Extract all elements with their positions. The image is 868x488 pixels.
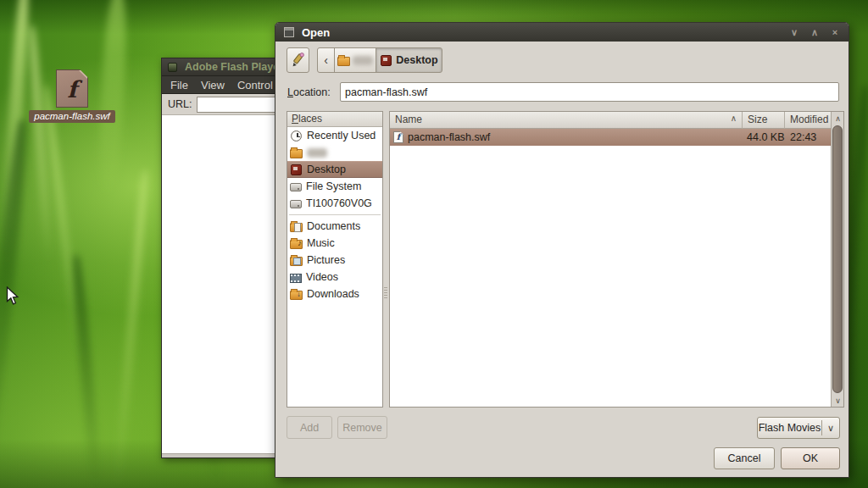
back-button[interactable]: ‹ — [317, 47, 335, 73]
desktop-icon-label: pacman-flash.swf — [29, 110, 114, 123]
drive-icon — [290, 200, 302, 208]
place-label: Videos — [306, 271, 338, 283]
scrollbar-thumb[interactable] — [832, 125, 843, 393]
home-folder-icon — [290, 149, 303, 158]
places-header: Places — [287, 112, 382, 127]
file-size: 44.0 KB — [743, 131, 785, 143]
minimize-icon[interactable]: ∨ — [786, 25, 803, 39]
place-label: Documents — [307, 220, 360, 232]
place-label: Desktop — [307, 164, 346, 175]
desktop-folder-icon — [381, 55, 392, 66]
dialog-window-icon — [284, 27, 294, 37]
back-chevron-icon: ‹ — [324, 53, 328, 67]
flash-app-icon — [168, 63, 177, 72]
column-size-label: Size — [748, 114, 767, 125]
file-list-header: Name ∧ Size Modified — [390, 112, 843, 129]
open-dialog: Open ∨ ∧ × ‹ — [275, 22, 849, 478]
scroll-down-icon[interactable]: ∨ — [832, 394, 844, 407]
place-videos[interactable]: Videos — [287, 269, 382, 286]
flash-file-icon: f — [393, 131, 403, 143]
place-label: Downloads — [307, 288, 359, 300]
file-type-dropdown[interactable]: Flash Movies ∨ — [757, 417, 840, 439]
places-separator — [287, 212, 382, 218]
documents-folder-icon — [290, 223, 303, 232]
breadcrumb-desktop-label: Desktop — [396, 54, 437, 66]
clock-icon — [291, 130, 302, 141]
place-documents[interactable]: Documents — [287, 218, 382, 235]
breadcrumb-home-button[interactable] — [334, 47, 376, 73]
column-header-size[interactable]: Size — [743, 112, 785, 129]
place-recently-used[interactable]: Recently Used — [287, 127, 382, 144]
place-label: Music — [307, 237, 335, 249]
places-panel: Places Recently Used Desktop File System… — [287, 111, 383, 408]
breadcrumb-desktop-button[interactable]: Desktop — [376, 47, 442, 73]
music-folder-icon — [290, 240, 303, 249]
column-name-label: Name — [395, 114, 422, 128]
place-downloads[interactable]: Downloads — [287, 286, 382, 302]
ok-button[interactable]: OK — [781, 447, 840, 469]
videos-icon — [290, 274, 302, 283]
place-pictures[interactable]: Pictures — [287, 252, 382, 269]
mouse-cursor — [6, 286, 20, 306]
redacted-username — [307, 148, 327, 158]
place-label: Pictures — [307, 254, 345, 266]
column-header-name[interactable]: Name ∧ — [390, 112, 743, 129]
dialog-titlebar[interactable]: Open ∨ ∧ × — [275, 23, 849, 42]
pictures-folder-icon — [290, 257, 303, 266]
vertical-scrollbar[interactable]: ∧ ∨ — [831, 112, 843, 407]
desktop-folder-icon — [291, 164, 302, 175]
remove-button[interactable]: Remove — [337, 416, 387, 439]
grass-blade — [114, 169, 150, 487]
flash-file-icon: f — [56, 69, 88, 108]
flash-f-glyph: f — [67, 78, 77, 101]
page-fold — [79, 70, 87, 79]
maximize-icon[interactable]: ∧ — [806, 25, 823, 39]
place-music[interactable]: Music — [287, 235, 382, 252]
pencil-icon — [291, 52, 306, 69]
file-name: pacman-flash.swf — [408, 131, 490, 143]
menu-control[interactable]: Control — [233, 77, 277, 93]
place-home[interactable] — [287, 144, 382, 161]
file-type-value: Flash Movies — [758, 422, 821, 434]
flash-window-title: Adobe Flash Player — [185, 61, 283, 73]
pane-resize-handle[interactable] — [384, 287, 387, 299]
dialog-title: Open — [302, 26, 782, 39]
add-button[interactable]: Add — [287, 416, 332, 439]
drive-icon — [290, 183, 302, 191]
column-modified-label: Modified — [790, 114, 828, 125]
location-input[interactable] — [340, 82, 839, 102]
place-label: TI100760V0G — [306, 197, 372, 209]
type-location-button[interactable] — [287, 47, 309, 73]
scroll-up-icon[interactable]: ∧ — [832, 112, 844, 125]
menu-view[interactable]: View — [197, 77, 229, 93]
desktop-icon-pacman-flash[interactable]: f pacman-flash.swf — [25, 69, 119, 123]
place-label: Recently Used — [307, 130, 376, 141]
file-list: Name ∧ Size Modified f pacman-flash.swf … — [389, 111, 844, 408]
close-icon[interactable]: × — [826, 25, 843, 39]
place-volume[interactable]: TI100760V0G — [287, 195, 382, 212]
file-row-pacman-flash[interactable]: f pacman-flash.swf 44.0 KB 22:43 — [390, 129, 843, 146]
desktop-wallpaper: f pacman-flash.swf Adobe Flash Player Fi… — [0, 0, 868, 488]
location-label: Location: — [287, 86, 331, 98]
chevron-down-icon: ∨ — [822, 423, 839, 434]
place-file-system[interactable]: File System — [287, 178, 382, 195]
home-folder-icon — [337, 57, 350, 66]
redacted-username — [353, 56, 373, 65]
grass-blade — [70, 254, 103, 488]
downloads-folder-icon — [290, 291, 303, 300]
sort-ascending-icon: ∧ — [731, 114, 737, 128]
place-label: File System — [306, 180, 361, 192]
place-desktop[interactable]: Desktop — [287, 161, 382, 178]
cancel-button[interactable]: Cancel — [714, 447, 775, 469]
url-label: URL: — [168, 98, 192, 110]
menu-file[interactable]: File — [166, 77, 192, 93]
